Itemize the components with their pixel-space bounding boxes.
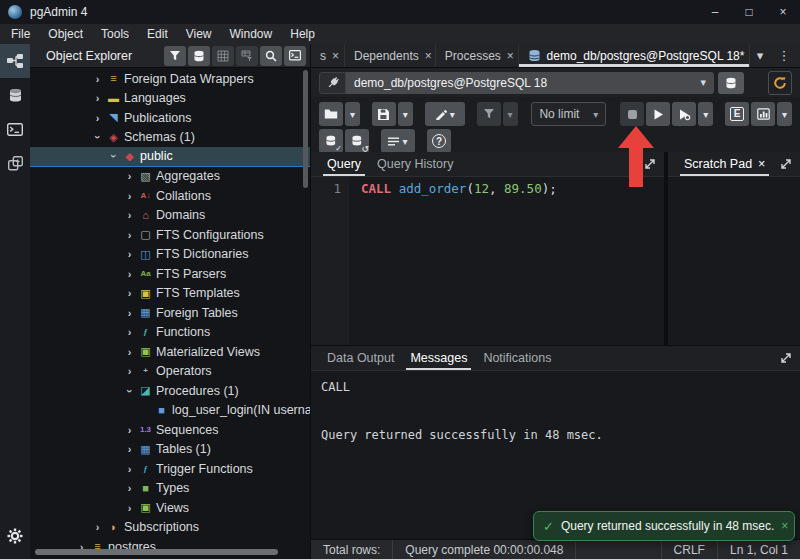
tree-chevron-icon[interactable]: › [122, 502, 137, 514]
tree-chevron-icon[interactable]: › [90, 112, 105, 124]
schema-diff-nav-button[interactable] [0, 146, 30, 180]
query-panel-expand-button[interactable] [644, 152, 664, 176]
tree-item-functions[interactable]: ›ƒFunctions [30, 323, 310, 343]
tree-chevron-icon[interactable]: › [122, 248, 137, 260]
execute-options-button[interactable] [672, 102, 696, 126]
query-tool-nav-button[interactable] [0, 78, 30, 112]
tree-item-fts-templates[interactable]: ›▣FTS Templates [30, 284, 310, 304]
tree-item-sequences[interactable]: ›1.3Sequences [30, 420, 310, 440]
tree-chevron-icon[interactable]: › [122, 424, 137, 436]
tab-query-history[interactable]: Query History [369, 152, 461, 176]
settings-button[interactable] [0, 519, 30, 553]
tree-item-subscriptions[interactable]: ›◗Subscriptions [30, 518, 310, 538]
filtered-rows-button[interactable] [236, 46, 258, 66]
filter-button[interactable] [164, 46, 186, 66]
menu-edit[interactable]: Edit [138, 24, 177, 44]
tree-horizontal-scrollbar[interactable] [35, 549, 278, 555]
tree-chevron-icon[interactable]: › [90, 73, 105, 85]
tree-item-foreign-data-wrappers[interactable]: ›≡Foreign Data Wrappers [30, 69, 310, 89]
explain-menu-button[interactable]: ▾ [777, 102, 792, 126]
tree-chevron-icon[interactable]: › [122, 482, 137, 494]
help-button[interactable]: ? [427, 129, 451, 153]
kebab-menu-icon[interactable]: ⋮ [774, 48, 794, 63]
tree-chevron-icon[interactable]: › [124, 383, 136, 398]
close-icon[interactable]: × [758, 157, 765, 171]
search-objects-button[interactable] [260, 46, 282, 66]
tab-messages[interactable]: Messages [402, 346, 475, 370]
tab-data-output[interactable]: Data Output [319, 346, 402, 370]
tree-chevron-icon[interactable]: › [122, 209, 137, 221]
close-icon[interactable]: × [507, 49, 514, 63]
cancel-query-button[interactable] [620, 102, 644, 126]
tree-chevron-icon[interactable]: › [92, 130, 104, 145]
close-button[interactable]: × [766, 0, 800, 24]
main-tab-demo-db-postgres-postgresql-18[interactable]: demo_db/postgres@PostgreSQL 18*× [519, 44, 750, 67]
edit-menu-button[interactable]: ▾ [425, 102, 465, 126]
tree-chevron-icon[interactable]: › [122, 190, 137, 202]
tree-chevron-icon[interactable]: › [122, 229, 137, 241]
psql-tool-nav-button[interactable] [0, 112, 30, 146]
object-explorer-nav-button[interactable] [0, 44, 30, 78]
tree-chevron-icon[interactable]: › [122, 326, 137, 338]
output-panel-expand-button[interactable] [780, 346, 800, 370]
tab-notifications[interactable]: Notifications [475, 346, 559, 370]
filter-menu-button[interactable]: ▾ [503, 102, 518, 126]
tab-list-chevron-icon[interactable]: ▾ [750, 48, 770, 63]
filter-button[interactable] [477, 102, 501, 126]
menu-tools[interactable]: Tools [92, 24, 138, 44]
tree-chevron-icon[interactable]: › [90, 92, 105, 104]
menu-file[interactable]: File [2, 24, 39, 44]
view-data-button[interactable] [212, 46, 234, 66]
row-limit-select[interactable]: No limit ▾ [531, 102, 606, 126]
maximize-button[interactable]: □ [732, 0, 766, 24]
execute-menu-button[interactable]: ▾ [698, 102, 713, 126]
scratch-pad-editor[interactable] [668, 177, 800, 345]
reset-layout-button[interactable] [768, 71, 792, 95]
tree-item-views[interactable]: ›▣Views [30, 498, 310, 518]
tree-chevron-icon[interactable]: › [122, 268, 137, 280]
tree-item-types[interactable]: ›■Types [30, 479, 310, 499]
tree-item-aggregates[interactable]: ›▧Aggregates [30, 167, 310, 187]
rollback-button[interactable]: ↺ [345, 129, 369, 153]
commit-button[interactable]: ✓ [319, 129, 343, 153]
connection-status-button[interactable] [319, 72, 346, 94]
tree-item-publications[interactable]: ›◥Publications [30, 108, 310, 128]
open-file-menu-button[interactable]: ▾ [345, 102, 360, 126]
tab-scratch-pad[interactable]: Scratch Pad × [676, 152, 773, 176]
tree-item-materialized-views[interactable]: ›▣Materialized Views [30, 342, 310, 362]
psql-button[interactable] [284, 46, 306, 66]
new-connection-button[interactable] [718, 72, 744, 94]
main-tab-processes[interactable]: Processes× [436, 44, 519, 67]
tree-item-operators[interactable]: ›+Operators [30, 362, 310, 382]
tree-chevron-icon[interactable]: › [122, 287, 137, 299]
tree-chevron-icon[interactable]: › [122, 170, 137, 182]
tree-chevron-icon[interactable]: › [122, 346, 137, 358]
minimize-button[interactable]: – [698, 0, 732, 24]
menu-window[interactable]: Window [221, 24, 282, 44]
query-tool-button[interactable] [188, 46, 210, 66]
menu-help[interactable]: Help [281, 24, 324, 44]
tree-item-procedures-1[interactable]: ›◪Procedures (1) [30, 381, 310, 401]
tree-item-public[interactable]: ›◆public [30, 147, 310, 167]
scratch-pad-expand-button[interactable] [780, 152, 800, 176]
macros-button[interactable]: ▾ [381, 129, 415, 153]
explain-button[interactable]: E [725, 102, 749, 126]
main-tab-dependents[interactable]: Dependents× [345, 44, 436, 67]
main-tab-s[interactable]: s× [311, 44, 345, 67]
tab-query[interactable]: Query [319, 152, 369, 176]
save-button[interactable] [372, 102, 396, 126]
tree-item-trigger-functions[interactable]: ›ƒTrigger Functions [30, 459, 310, 479]
connection-dropdown[interactable]: demo_db/postgres@PostgreSQL 18 ▾ [346, 72, 714, 94]
open-file-button[interactable] [319, 102, 343, 126]
explain-analyze-button[interactable] [751, 102, 775, 126]
menu-view[interactable]: View [177, 24, 221, 44]
tree-item-collations[interactable]: ›A↓Collations [30, 186, 310, 206]
tree-item-domains[interactable]: ›⌂Domains [30, 206, 310, 226]
toast-close-icon[interactable]: × [781, 519, 788, 533]
tree-chevron-icon[interactable]: › [122, 307, 137, 319]
tree-item-schemas-1[interactable]: ›◈Schemas (1) [30, 128, 310, 148]
tree-chevron-icon[interactable]: › [122, 443, 137, 455]
tree-item-foreign-tables[interactable]: ›▦Foreign Tables [30, 303, 310, 323]
tree-chevron-icon[interactable]: › [90, 521, 105, 533]
close-icon[interactable]: × [425, 49, 432, 63]
